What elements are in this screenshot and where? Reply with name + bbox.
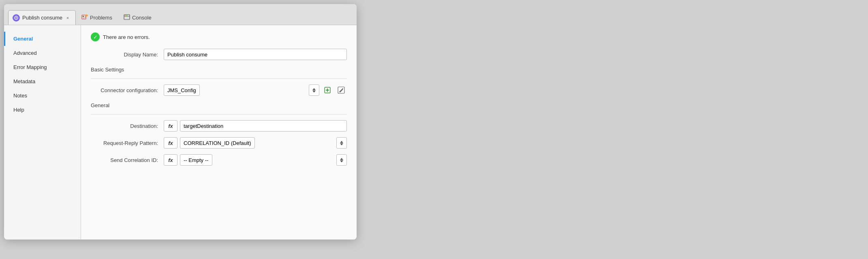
tab-problems[interactable]: ! Problems xyxy=(76,10,118,25)
rr-spinner-up xyxy=(340,141,343,143)
send-correlation-row: Send Correlation ID: fx -- Empty -- xyxy=(91,154,347,166)
tab-publish-consume-label: Publish consume xyxy=(22,15,62,21)
sidebar-item-advanced[interactable]: Advanced xyxy=(4,46,81,60)
svg-text:!: ! xyxy=(86,15,87,17)
destination-fx-button[interactable]: fx xyxy=(164,120,177,132)
tab-problems-label: Problems xyxy=(90,15,112,21)
request-reply-select-wrapper: CORRELATION_ID (Default) xyxy=(180,137,334,149)
connector-config-label: Connector configuration: xyxy=(91,87,164,93)
request-reply-label: Request-Reply Pattern: xyxy=(91,140,164,146)
sidebar-item-notes[interactable]: Notes xyxy=(4,88,81,103)
spinner-up-arrow xyxy=(312,88,316,90)
svg-rect-6 xyxy=(83,18,84,18)
destination-input[interactable] xyxy=(180,120,347,132)
general-divider xyxy=(91,114,347,114)
destination-controls: fx xyxy=(164,120,347,132)
connector-config-row: Connector configuration: JMS_Config xyxy=(91,84,347,96)
tab-close-button[interactable]: × xyxy=(65,15,71,21)
general-section-title: General xyxy=(91,102,347,108)
svg-point-12 xyxy=(126,15,126,16)
tab-console[interactable]: Console xyxy=(118,10,157,25)
svg-rect-3 xyxy=(83,16,84,17)
main-content: ✓ There are no errors. Display Name: Bas… xyxy=(81,25,357,240)
send-correlation-spinner[interactable] xyxy=(336,154,347,166)
send-correlation-label: Send Correlation ID: xyxy=(91,157,164,163)
send-correlation-fx-button[interactable]: fx xyxy=(164,154,177,166)
tab-bar: Publish consume × ! Problems xyxy=(4,4,357,25)
request-reply-select[interactable]: CORRELATION_ID (Default) xyxy=(180,137,255,149)
basic-settings-title: Basic Settings xyxy=(91,67,347,73)
tab-publish-consume[interactable]: Publish consume × xyxy=(8,10,76,25)
svg-point-13 xyxy=(126,15,127,16)
destination-label: Destination: xyxy=(91,123,164,129)
status-message: There are no errors. xyxy=(103,34,150,40)
svg-rect-5 xyxy=(85,17,86,18)
basic-settings-divider xyxy=(91,78,347,79)
svg-rect-4 xyxy=(85,16,86,17)
sidebar: General Advanced Error Mapping Metadata … xyxy=(4,25,81,240)
destination-row: Destination: fx xyxy=(91,120,347,132)
send-correlation-select-wrapper: -- Empty -- xyxy=(180,154,334,166)
sc-spinner-up xyxy=(340,158,343,160)
request-reply-controls: fx CORRELATION_ID (Default) xyxy=(164,137,347,149)
svg-point-1 xyxy=(16,17,17,18)
status-bar: ✓ There are no errors. xyxy=(91,32,347,41)
sc-spinner-down xyxy=(340,160,343,162)
connector-config-select[interactable]: JMS_Config xyxy=(164,84,200,96)
display-name-input[interactable] xyxy=(164,49,347,60)
spinner-down-arrow xyxy=(312,91,316,93)
body: General Advanced Error Mapping Metadata … xyxy=(4,25,357,240)
display-name-label: Display Name: xyxy=(91,52,164,58)
sidebar-item-metadata[interactable]: Metadata xyxy=(4,74,81,88)
display-name-row: Display Name: xyxy=(91,49,347,60)
connector-config-controls: JMS_Config xyxy=(164,84,347,96)
add-config-button[interactable] xyxy=(322,84,333,96)
console-icon xyxy=(124,14,130,22)
send-correlation-controls: fx -- Empty -- xyxy=(164,154,347,166)
tab-console-label: Console xyxy=(132,15,152,21)
sidebar-item-help[interactable]: Help xyxy=(4,103,81,117)
rr-spinner-down xyxy=(340,143,343,145)
request-reply-row: Request-Reply Pattern: fx CORRELATION_ID… xyxy=(91,137,347,149)
main-window: Publish consume × ! Problems xyxy=(4,4,357,240)
request-reply-spinner[interactable] xyxy=(336,137,347,149)
edit-config-button[interactable] xyxy=(336,84,347,96)
sidebar-item-error-mapping[interactable]: Error Mapping xyxy=(4,60,81,74)
publish-icon xyxy=(13,14,20,22)
request-reply-fx-button[interactable]: fx xyxy=(164,137,177,149)
connector-config-select-wrapper: JMS_Config xyxy=(164,84,306,96)
connector-config-spinner[interactable] xyxy=(309,84,319,96)
problems-icon: ! xyxy=(81,14,88,22)
sidebar-item-general[interactable]: General xyxy=(4,32,81,46)
send-correlation-select[interactable]: -- Empty -- xyxy=(180,154,212,166)
check-icon: ✓ xyxy=(91,32,100,41)
svg-point-11 xyxy=(124,15,125,16)
